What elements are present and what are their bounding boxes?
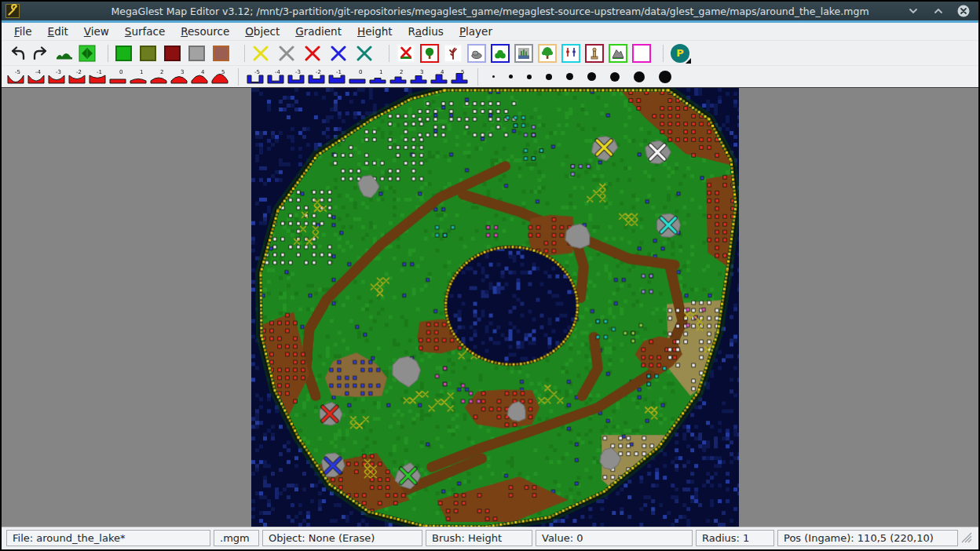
- status-pos: Pos (Ingame): 110,5 (220,10): [777, 530, 958, 546]
- menu-object[interactable]: Object: [237, 24, 287, 39]
- gradient-brush--4[interactable]: [266, 68, 285, 86]
- object-statue-icon[interactable]: [585, 44, 604, 63]
- window-title: MegaGlest Map Editor v3.12; /mnt/3-parti…: [2, 5, 978, 17]
- radius-6-dot[interactable]: [587, 72, 596, 81]
- toolbar-separator: [108, 45, 108, 62]
- menu-player[interactable]: Player: [452, 24, 500, 39]
- resource-red-icon[interactable]: [304, 46, 321, 61]
- resource-gold-icon[interactable]: [252, 46, 269, 61]
- map-canvas[interactable]: [251, 88, 739, 527]
- object-none-erase-icon[interactable]: [397, 44, 415, 63]
- object-dead-tree-icon[interactable]: [444, 44, 463, 63]
- gradient-brush--5[interactable]: [246, 68, 265, 86]
- menu-view[interactable]: View: [76, 24, 117, 39]
- menu-edit[interactable]: Edit: [40, 24, 76, 39]
- surface-grass-icon[interactable]: [115, 46, 132, 61]
- menu-gradient[interactable]: Gradient: [287, 24, 349, 39]
- radius-9-dot[interactable]: [659, 71, 671, 83]
- object-bush-icon[interactable]: [491, 44, 510, 63]
- gradient-brush-2[interactable]: [389, 68, 408, 86]
- redo-icon[interactable]: [31, 46, 50, 61]
- work-area: [2, 87, 978, 527]
- status-brush: Brush: Height: [426, 530, 532, 546]
- surface-secondary-grass-icon[interactable]: [140, 46, 156, 61]
- object-stone-icon[interactable]: [467, 44, 486, 63]
- status-value: Value: 0: [536, 530, 693, 546]
- menubar: FileEditViewSurfaceResourceObjectGradien…: [2, 23, 978, 41]
- resource-blue-icon[interactable]: [330, 46, 347, 61]
- gradient-brush--2[interactable]: [307, 68, 326, 86]
- height-brush-4[interactable]: [190, 68, 209, 86]
- surface-stone-icon[interactable]: [188, 46, 205, 61]
- status-radius: Radius: 1: [696, 530, 774, 546]
- height-brush-1[interactable]: [129, 68, 148, 86]
- toolbar-main: P: [2, 41, 978, 66]
- menu-file[interactable]: File: [6, 24, 40, 39]
- height-brush--2[interactable]: [68, 68, 86, 86]
- resize-grip[interactable]: [961, 532, 974, 545]
- height-brush-0[interactable]: [108, 68, 127, 86]
- object-invisible-blocking-icon[interactable]: [632, 44, 651, 63]
- menu-height[interactable]: Height: [349, 24, 400, 39]
- menu-surface[interactable]: Surface: [117, 24, 173, 39]
- maximize-icon[interactable]: [931, 4, 945, 18]
- radius-7-dot[interactable]: [610, 72, 620, 82]
- gradient-brush--1[interactable]: [327, 68, 346, 86]
- resource-teal-icon[interactable]: [356, 46, 373, 61]
- statusbar: File: around_the_lake*.mgmObject: None (…: [2, 527, 978, 549]
- height-brush--4[interactable]: [27, 68, 46, 86]
- minimize-icon[interactable]: [906, 4, 920, 18]
- status-object: Object: None (Erase): [262, 530, 422, 546]
- gradient-brush-5[interactable]: [450, 68, 469, 86]
- gradient-brush-4[interactable]: [430, 68, 448, 86]
- resource-stone-icon[interactable]: [278, 46, 295, 61]
- toolbar-separator: [477, 68, 478, 86]
- status-extension: .mgm: [214, 530, 259, 546]
- object-tree-icon[interactable]: [420, 44, 439, 63]
- window-controls: [906, 4, 978, 18]
- toolbar-separator: [663, 45, 664, 62]
- radius-4-dot[interactable]: [546, 74, 552, 80]
- toolbar-brushes: [2, 66, 978, 87]
- gradient-brush-1[interactable]: [368, 68, 387, 86]
- gradient-brush-0[interactable]: [348, 68, 367, 86]
- toolbar-separator: [238, 68, 239, 86]
- hills-icon[interactable]: [55, 46, 74, 60]
- radius-8-dot[interactable]: [634, 71, 645, 82]
- toolbar-separator: [389, 45, 389, 62]
- height-brush--3[interactable]: [47, 68, 66, 86]
- status-file: File: around_the_lake*: [6, 530, 210, 546]
- gradient-brush--3[interactable]: [287, 68, 305, 86]
- workspace-left-margin: [2, 88, 251, 527]
- height-brush--5[interactable]: [6, 68, 25, 86]
- radius-3-dot[interactable]: [527, 75, 532, 79]
- height-brush--1[interactable]: [88, 68, 107, 86]
- surface-ground-icon[interactable]: [213, 46, 229, 61]
- titlebar[interactable]: MegaGlest Map Editor v3.12; /mnt/3-parti…: [2, 2, 978, 20]
- radius-5-dot[interactable]: [566, 73, 573, 80]
- object-water-object-icon[interactable]: [514, 44, 533, 63]
- app-wrench-icon: [5, 4, 20, 18]
- menu-radius[interactable]: Radius: [400, 24, 452, 39]
- menu-resource[interactable]: Resource: [173, 24, 237, 39]
- radius-1-dot[interactable]: [492, 75, 495, 78]
- megaglest-map-editor-window: MegaGlest Map Editor v3.12; /mnt/3-parti…: [0, 0, 980, 551]
- object-big-rock-icon[interactable]: [609, 44, 627, 63]
- object-big-tree-icon[interactable]: [538, 44, 557, 63]
- close-icon[interactable]: [956, 4, 971, 18]
- radius-2-dot[interactable]: [509, 75, 513, 78]
- height-brush-5[interactable]: [210, 68, 229, 86]
- undo-icon[interactable]: [8, 46, 27, 61]
- player-menu-button[interactable]: P: [671, 44, 689, 63]
- gradient-brush-3[interactable]: [409, 68, 428, 86]
- swap-surfaces-icon[interactable]: [79, 45, 96, 62]
- object-hanged-icon[interactable]: [561, 44, 580, 63]
- toolbar-separator: [244, 45, 245, 62]
- height-brush-3[interactable]: [170, 68, 188, 86]
- height-brush-2[interactable]: [149, 68, 168, 86]
- surface-road-icon[interactable]: [164, 46, 181, 61]
